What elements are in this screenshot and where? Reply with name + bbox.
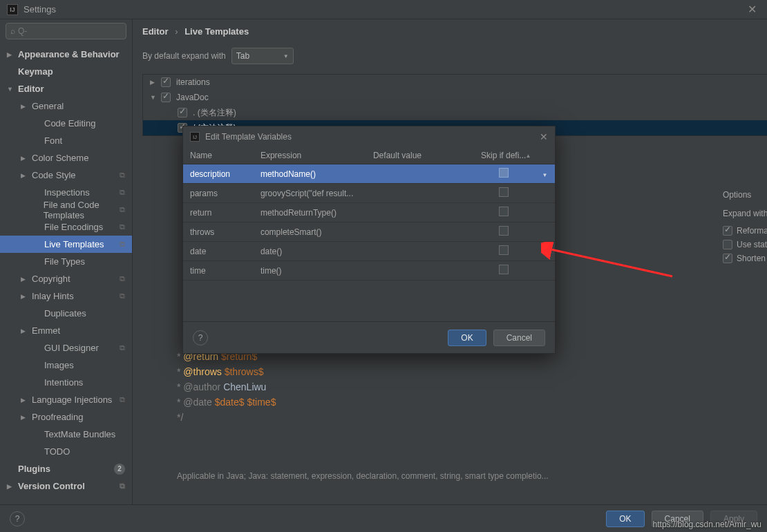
scope-icon: ⧉ <box>120 188 125 197</box>
search-field[interactable] <box>18 26 122 36</box>
app-icon: IJ <box>190 132 200 142</box>
shorten-fq-label: Shorten FQ names <box>737 254 767 263</box>
variable-row[interactable]: descriptionmethodName() <box>183 164 555 184</box>
template-checkbox[interactable] <box>161 77 171 87</box>
sidebar-item[interactable]: Inspections⧉ <box>0 184 132 201</box>
options-expand-label: Expand with <box>723 209 767 218</box>
search-icon: ⌕ <box>10 26 15 36</box>
static-import-label: Use static import if possible <box>737 240 767 249</box>
sidebar-item[interactable]: Code Editing <box>0 115 132 132</box>
breadcrumb-a[interactable]: Editor <box>142 26 169 37</box>
sidebar-item[interactable]: ▶General <box>0 97 132 115</box>
sidebar-item[interactable]: ▶Proofreading <box>0 408 132 426</box>
scope-icon: ⧉ <box>120 274 125 283</box>
sidebar-item[interactable]: GUI Designer⧉ <box>0 339 132 357</box>
options-title: Options <box>723 190 767 200</box>
scope-icon: ⧉ <box>120 482 125 491</box>
col-skip[interactable]: Skip if defi...▲ <box>472 147 536 164</box>
skip-checkbox[interactable] <box>499 187 509 197</box>
variables-table[interactable]: Name Expression Default value Skip if de… <box>183 147 555 321</box>
reformat-label: Reformat according to style <box>737 226 767 236</box>
sidebar-item[interactable]: Intentions <box>0 374 132 391</box>
search-input[interactable]: ⌕ <box>6 23 126 39</box>
scope-icon: ⧉ <box>120 205 125 214</box>
template-checkbox[interactable] <box>178 108 187 117</box>
sidebar-item[interactable]: ▼Editor <box>0 80 132 97</box>
sidebar-item[interactable]: ▶Code Style⧉ <box>0 167 132 184</box>
sidebar-item[interactable]: Keymap <box>0 63 132 80</box>
variable-row[interactable]: timetime() <box>183 261 555 281</box>
watermark: https://blog.csdn.net/Amir_wu <box>653 520 761 529</box>
template-code[interactable]: * @return $return$ * @throws $throws$ * … <box>177 349 585 425</box>
window-title: Settings <box>23 4 56 15</box>
sidebar-item[interactable]: Duplicates <box>0 305 132 322</box>
sidebar-item[interactable]: ▶Version Control⧉ <box>0 477 132 495</box>
badge: 2 <box>114 464 125 475</box>
footer: ? OK Cancel Apply <box>0 504 767 532</box>
skip-checkbox[interactable] <box>499 265 509 274</box>
ok-button[interactable]: OK <box>606 511 644 527</box>
sidebar-item[interactable]: File and Code Templates⧉ <box>0 201 132 218</box>
template-checkbox[interactable] <box>161 93 171 102</box>
col-expression[interactable]: Expression <box>254 147 366 164</box>
expand-value: Tab <box>236 51 249 61</box>
scope-icon: ⧉ <box>120 240 125 249</box>
skip-checkbox[interactable] <box>499 226 509 236</box>
chevron-down-icon: ▼ <box>283 53 289 59</box>
titlebar: IJ Settings ✕ <box>0 0 767 19</box>
help-icon[interactable]: ? <box>10 511 25 526</box>
app-icon: IJ <box>7 4 18 15</box>
skip-checkbox[interactable] <box>499 245 509 255</box>
scope-icon: ⧉ <box>120 395 125 404</box>
sidebar-item[interactable]: Font <box>0 132 132 149</box>
expand-combo[interactable]: Tab ▼ <box>231 48 294 64</box>
scope-icon: ⧉ <box>120 222 125 231</box>
scope-icon: ⧉ <box>120 292 125 301</box>
expand-label: By default expand with <box>142 51 226 61</box>
modal-cancel-button[interactable]: Cancel <box>493 330 545 346</box>
scope-icon: ⧉ <box>120 171 125 180</box>
sidebar-item[interactable]: ▶Copyright⧉ <box>0 270 132 287</box>
scope-icon: ⧉ <box>120 343 125 352</box>
close-icon[interactable]: ✕ <box>744 3 760 16</box>
col-name[interactable]: Name <box>183 147 254 164</box>
skip-checkbox[interactable] <box>499 207 509 216</box>
shorten-fq-checkbox[interactable] <box>723 254 732 263</box>
template-row[interactable]: ▼JavaDoc <box>143 90 767 105</box>
variable-row[interactable]: returnmethodReturnType() <box>183 203 555 222</box>
help-icon[interactable]: ? <box>193 330 208 345</box>
sidebar-item[interactable]: ▶Color Scheme <box>0 149 132 167</box>
modal-ok-button[interactable]: OK <box>448 330 486 346</box>
modal-title: Edit Template Variables <box>205 132 292 142</box>
settings-tree[interactable]: ▶Appearance & BehaviorKeymap▼Editor▶Gene… <box>0 43 132 504</box>
sidebar-item[interactable]: TextMate Bundles <box>0 426 132 443</box>
sidebar-item[interactable]: Images <box>0 357 132 374</box>
sidebar-item[interactable]: Plugins2 <box>0 460 132 477</box>
sidebar-item[interactable]: ▶Inlay Hints⧉ <box>0 287 132 305</box>
template-row[interactable]: . (类名注释) <box>143 105 767 120</box>
col-default[interactable]: Default value <box>366 147 472 164</box>
reformat-checkbox[interactable] <box>723 226 732 236</box>
breadcrumb-b: Live Templates <box>184 26 249 37</box>
sidebar-item[interactable]: TODO <box>0 443 132 460</box>
sidebar-item[interactable]: ▶Language Injections⧉ <box>0 391 132 408</box>
sidebar-item[interactable]: File Types <box>0 253 132 270</box>
breadcrumb: Editor › Live Templates <box>133 19 767 44</box>
sort-icon: ▲ <box>526 153 531 159</box>
skip-checkbox[interactable] <box>499 168 509 178</box>
settings-sidebar: ⌕ ▶Appearance & BehaviorKeymap▼Editor▶Ge… <box>0 19 133 504</box>
template-row[interactable]: ▶iterations <box>143 75 767 90</box>
variable-row[interactable]: throwscompleteSmart() <box>183 222 555 242</box>
static-import-checkbox[interactable] <box>723 240 732 249</box>
variable-row[interactable]: datedate() <box>183 242 555 261</box>
sidebar-item[interactable]: ▶Emmet <box>0 322 132 339</box>
edit-template-variables-dialog: IJ Edit Template Variables ✕ Name Expres… <box>182 126 556 354</box>
applicable-text: Applicable in Java; Java: statement, exp… <box>177 471 549 481</box>
sidebar-item[interactable]: ▶Appearance & Behavior <box>0 46 132 63</box>
sidebar-item[interactable]: File Encodings⧉ <box>0 218 132 236</box>
chevron-right-icon: › <box>175 26 178 37</box>
variable-row[interactable]: paramsgroovyScript("def result... <box>183 184 555 203</box>
close-icon[interactable]: ✕ <box>540 131 548 142</box>
sidebar-item[interactable]: Live Templates⧉ <box>0 236 132 253</box>
